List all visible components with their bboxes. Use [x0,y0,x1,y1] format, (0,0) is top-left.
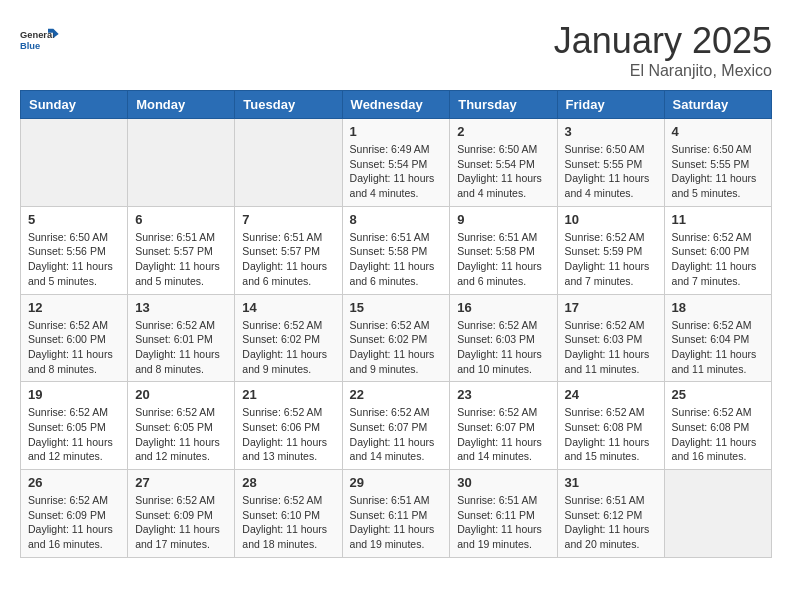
day-info: Sunrise: 6:50 AMSunset: 5:55 PMDaylight:… [565,142,657,201]
calendar-day-cell: 31Sunrise: 6:51 AMSunset: 6:12 PMDayligh… [557,470,664,558]
calendar-day-cell: 1Sunrise: 6:49 AMSunset: 5:54 PMDaylight… [342,119,450,207]
page-header: General Blue January 2025 El Naranjito, … [20,20,772,80]
day-number: 13 [135,300,227,315]
calendar-week-row: 19Sunrise: 6:52 AMSunset: 6:05 PMDayligh… [21,382,772,470]
column-header-friday: Friday [557,91,664,119]
calendar-day-cell: 16Sunrise: 6:52 AMSunset: 6:03 PMDayligh… [450,294,557,382]
day-number: 16 [457,300,549,315]
calendar-week-row: 5Sunrise: 6:50 AMSunset: 5:56 PMDaylight… [21,206,772,294]
day-info: Sunrise: 6:52 AMSunset: 6:10 PMDaylight:… [242,493,334,552]
calendar-day-cell: 18Sunrise: 6:52 AMSunset: 6:04 PMDayligh… [664,294,771,382]
calendar-table: SundayMondayTuesdayWednesdayThursdayFrid… [20,90,772,558]
day-number: 5 [28,212,120,227]
calendar-day-cell: 8Sunrise: 6:51 AMSunset: 5:58 PMDaylight… [342,206,450,294]
column-header-saturday: Saturday [664,91,771,119]
calendar-day-cell: 10Sunrise: 6:52 AMSunset: 5:59 PMDayligh… [557,206,664,294]
day-info: Sunrise: 6:51 AMSunset: 6:11 PMDaylight:… [457,493,549,552]
calendar-day-cell: 26Sunrise: 6:52 AMSunset: 6:09 PMDayligh… [21,470,128,558]
day-number: 1 [350,124,443,139]
day-info: Sunrise: 6:52 AMSunset: 6:05 PMDaylight:… [28,405,120,464]
calendar-day-cell [21,119,128,207]
day-number: 12 [28,300,120,315]
day-info: Sunrise: 6:52 AMSunset: 6:03 PMDaylight:… [565,318,657,377]
calendar-week-row: 1Sunrise: 6:49 AMSunset: 5:54 PMDaylight… [21,119,772,207]
column-header-tuesday: Tuesday [235,91,342,119]
day-info: Sunrise: 6:52 AMSunset: 6:04 PMDaylight:… [672,318,764,377]
calendar-day-cell: 14Sunrise: 6:52 AMSunset: 6:02 PMDayligh… [235,294,342,382]
calendar-day-cell: 13Sunrise: 6:52 AMSunset: 6:01 PMDayligh… [128,294,235,382]
day-number: 21 [242,387,334,402]
calendar-day-cell: 29Sunrise: 6:51 AMSunset: 6:11 PMDayligh… [342,470,450,558]
day-number: 8 [350,212,443,227]
calendar-day-cell: 30Sunrise: 6:51 AMSunset: 6:11 PMDayligh… [450,470,557,558]
location-title: El Naranjito, Mexico [554,62,772,80]
day-number: 18 [672,300,764,315]
day-number: 29 [350,475,443,490]
calendar-day-cell: 28Sunrise: 6:52 AMSunset: 6:10 PMDayligh… [235,470,342,558]
calendar-day-cell: 25Sunrise: 6:52 AMSunset: 6:08 PMDayligh… [664,382,771,470]
calendar-day-cell: 23Sunrise: 6:52 AMSunset: 6:07 PMDayligh… [450,382,557,470]
day-info: Sunrise: 6:52 AMSunset: 6:02 PMDaylight:… [350,318,443,377]
day-info: Sunrise: 6:52 AMSunset: 6:03 PMDaylight:… [457,318,549,377]
calendar-header-row: SundayMondayTuesdayWednesdayThursdayFrid… [21,91,772,119]
day-number: 15 [350,300,443,315]
calendar-week-row: 26Sunrise: 6:52 AMSunset: 6:09 PMDayligh… [21,470,772,558]
day-number: 23 [457,387,549,402]
day-info: Sunrise: 6:52 AMSunset: 6:08 PMDaylight:… [672,405,764,464]
day-number: 22 [350,387,443,402]
calendar-day-cell: 2Sunrise: 6:50 AMSunset: 5:54 PMDaylight… [450,119,557,207]
calendar-day-cell: 20Sunrise: 6:52 AMSunset: 6:05 PMDayligh… [128,382,235,470]
calendar-day-cell: 6Sunrise: 6:51 AMSunset: 5:57 PMDaylight… [128,206,235,294]
calendar-day-cell: 5Sunrise: 6:50 AMSunset: 5:56 PMDaylight… [21,206,128,294]
calendar-day-cell: 4Sunrise: 6:50 AMSunset: 5:55 PMDaylight… [664,119,771,207]
calendar-day-cell: 19Sunrise: 6:52 AMSunset: 6:05 PMDayligh… [21,382,128,470]
day-info: Sunrise: 6:52 AMSunset: 6:09 PMDaylight:… [28,493,120,552]
day-info: Sunrise: 6:49 AMSunset: 5:54 PMDaylight:… [350,142,443,201]
calendar-day-cell: 7Sunrise: 6:51 AMSunset: 5:57 PMDaylight… [235,206,342,294]
title-block: January 2025 El Naranjito, Mexico [554,20,772,80]
calendar-day-cell: 3Sunrise: 6:50 AMSunset: 5:55 PMDaylight… [557,119,664,207]
day-number: 17 [565,300,657,315]
calendar-day-cell: 11Sunrise: 6:52 AMSunset: 6:00 PMDayligh… [664,206,771,294]
svg-text:Blue: Blue [20,41,40,51]
day-info: Sunrise: 6:52 AMSunset: 6:01 PMDaylight:… [135,318,227,377]
day-number: 20 [135,387,227,402]
day-number: 27 [135,475,227,490]
day-number: 28 [242,475,334,490]
calendar-day-cell: 27Sunrise: 6:52 AMSunset: 6:09 PMDayligh… [128,470,235,558]
day-number: 26 [28,475,120,490]
day-number: 11 [672,212,764,227]
day-number: 7 [242,212,334,227]
day-info: Sunrise: 6:51 AMSunset: 5:57 PMDaylight:… [135,230,227,289]
day-info: Sunrise: 6:51 AMSunset: 6:12 PMDaylight:… [565,493,657,552]
day-info: Sunrise: 6:50 AMSunset: 5:55 PMDaylight:… [672,142,764,201]
day-number: 31 [565,475,657,490]
day-info: Sunrise: 6:52 AMSunset: 6:09 PMDaylight:… [135,493,227,552]
day-info: Sunrise: 6:52 AMSunset: 6:05 PMDaylight:… [135,405,227,464]
day-number: 14 [242,300,334,315]
calendar-week-row: 12Sunrise: 6:52 AMSunset: 6:00 PMDayligh… [21,294,772,382]
day-number: 24 [565,387,657,402]
calendar-day-cell: 12Sunrise: 6:52 AMSunset: 6:00 PMDayligh… [21,294,128,382]
calendar-day-cell: 17Sunrise: 6:52 AMSunset: 6:03 PMDayligh… [557,294,664,382]
logo-bird-icon: General Blue [20,20,60,60]
month-title: January 2025 [554,20,772,62]
calendar-day-cell: 21Sunrise: 6:52 AMSunset: 6:06 PMDayligh… [235,382,342,470]
day-number: 9 [457,212,549,227]
column-header-wednesday: Wednesday [342,91,450,119]
calendar-day-cell: 22Sunrise: 6:52 AMSunset: 6:07 PMDayligh… [342,382,450,470]
day-info: Sunrise: 6:52 AMSunset: 6:00 PMDaylight:… [672,230,764,289]
calendar-day-cell [235,119,342,207]
column-header-monday: Monday [128,91,235,119]
column-header-thursday: Thursday [450,91,557,119]
day-number: 6 [135,212,227,227]
calendar-day-cell: 9Sunrise: 6:51 AMSunset: 5:58 PMDaylight… [450,206,557,294]
calendar-day-cell [664,470,771,558]
day-info: Sunrise: 6:51 AMSunset: 6:11 PMDaylight:… [350,493,443,552]
day-info: Sunrise: 6:52 AMSunset: 6:00 PMDaylight:… [28,318,120,377]
day-info: Sunrise: 6:52 AMSunset: 6:02 PMDaylight:… [242,318,334,377]
day-number: 25 [672,387,764,402]
day-info: Sunrise: 6:52 AMSunset: 6:07 PMDaylight:… [350,405,443,464]
day-info: Sunrise: 6:52 AMSunset: 5:59 PMDaylight:… [565,230,657,289]
day-number: 19 [28,387,120,402]
